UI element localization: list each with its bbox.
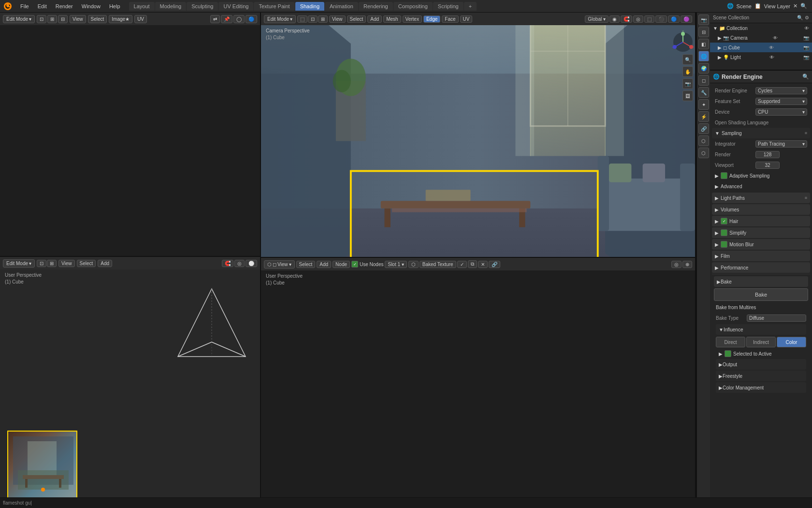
ct-pivot-btn[interactable]: ◉ [609, 15, 620, 23]
menu-render[interactable]: Render [52, 2, 77, 10]
bake-header[interactable]: ▶ Bake [714, 276, 808, 287]
bl-select-btn[interactable]: Select [77, 260, 96, 267]
zoom-icon-ct[interactable]: 🔍 [682, 54, 693, 65]
ct-render-btn[interactable]: 🟣 [681, 15, 692, 23]
hair-header[interactable]: ▶ ✓ Hair [712, 216, 810, 226]
uv-select-btn[interactable]: Select [88, 15, 107, 23]
camera-icon-ct[interactable]: 📷 [682, 78, 693, 89]
hair-checkbox[interactable]: ✓ [721, 218, 727, 224]
ct-select-btn[interactable]: Select [347, 15, 366, 23]
cb-mode-btn[interactable]: ⬡ ◻ View ▾ [264, 260, 295, 269]
ct-mode-dropdown[interactable]: Edit Mode ▾ [264, 15, 296, 23]
perf-header[interactable]: ▶ Performance [712, 262, 810, 273]
rs-value[interactable]: 128 [755, 151, 780, 158]
menu-edit[interactable]: Edit [34, 2, 51, 10]
ol-cam-eye[interactable]: 👁 [773, 35, 778, 41]
ct-add-btn[interactable]: Add [367, 15, 382, 23]
outliner-settings-icon[interactable]: ⚙ [805, 15, 809, 20]
ct-vertex-btn[interactable]: Vertex [403, 15, 422, 23]
uv-icon-btn3[interactable]: ⊟ [58, 15, 68, 23]
as-checkbox[interactable] [721, 172, 727, 179]
dev-dropdown[interactable]: CPU ▾ [755, 108, 807, 116]
uv-view-btn[interactable]: View [70, 15, 86, 23]
ol-light-render[interactable]: 📷 [803, 55, 809, 60]
bl-btn1[interactable]: ⊡ [37, 260, 46, 267]
output-section[interactable]: ▶ Output [716, 359, 806, 370]
cb-mat-close[interactable]: ✕ [478, 261, 488, 268]
ct-material-btn[interactable]: 🔵 [668, 15, 680, 23]
fr-icon-physics[interactable]: ⚡ [698, 111, 709, 122]
vol-header[interactable]: ▶ Volumes [712, 204, 810, 215]
color-management-section[interactable]: ▶ Color Management [716, 382, 806, 393]
re-dropdown[interactable]: Cycles ▾ [755, 87, 807, 94]
influence-header[interactable]: ▼ Influence [716, 324, 806, 335]
bl-add-btn[interactable]: Add [98, 260, 112, 267]
cb-mat-icon[interactable]: ⬡ [408, 261, 419, 268]
bl-btn2[interactable]: ⊞ [47, 260, 57, 267]
inf-indirect-btn[interactable]: Indirect [746, 337, 776, 347]
uv-icon-btn1[interactable]: ⊡ [37, 15, 46, 23]
fr-icon-particles[interactable]: ✦ [698, 99, 709, 110]
uv-mode-btn[interactable]: Edit Mode ▾ [3, 15, 35, 23]
bake-button[interactable]: Bake [714, 288, 808, 301]
ct-mesh-btn[interactable]: Mesh [383, 15, 401, 23]
mb-header[interactable]: ▶ Motion Blur [712, 239, 810, 250]
fr-icon-render[interactable]: 📷 [698, 15, 709, 25]
render-icon-ct[interactable]: 🖼 [682, 90, 693, 101]
hand-icon-ct[interactable]: ✋ [682, 66, 693, 77]
freestyle-section[interactable]: ▶ Freestyle [716, 371, 806, 381]
tab-layout[interactable]: Layout [129, 2, 155, 11]
fr-icon-modifier[interactable]: 🔧 [698, 87, 709, 98]
menu-window[interactable]: Window [78, 2, 104, 10]
ct-view-btn[interactable]: View [329, 15, 346, 23]
bl-mode-dropdown[interactable]: Edit Mode ▾ [3, 259, 35, 268]
lp-header[interactable]: ▶ Light Paths ≡ [712, 193, 810, 203]
fr-icon-output[interactable]: ⊟ [698, 27, 709, 37]
tab-modeling[interactable]: Modeling [155, 2, 187, 11]
uv-pin-btn[interactable]: 📌 [221, 15, 232, 23]
tab-sculpting[interactable]: Sculpting [187, 2, 218, 11]
fr-icon-scene[interactable]: 🌐 [698, 51, 709, 61]
search-icon-top[interactable]: 🔍 [800, 3, 807, 9]
tab-scripting[interactable]: Scripting [433, 2, 464, 11]
ct-uv-btn[interactable]: UV [460, 15, 473, 23]
cb-slot-btn[interactable]: Slot 1 ▾ [385, 261, 406, 268]
fr-icon-material[interactable]: ⬡ [698, 148, 709, 158]
cb-overlay-btn[interactable]: ◎ [671, 261, 682, 268]
fr-icon-constraints[interactable]: 🔗 [698, 123, 709, 134]
uv-image-btn[interactable]: Image★ [109, 15, 132, 23]
ol-light-eye[interactable]: 👁 [769, 55, 774, 60]
ct-solid-btn[interactable]: ⚫ [655, 15, 667, 23]
bl-snap-btn[interactable]: 🧲 [222, 260, 233, 267]
bl-shade-btn[interactable]: ⚪ [246, 260, 257, 267]
tab-uv-editing[interactable]: UV Editing [218, 2, 253, 11]
tab-texture-paint[interactable]: Texture Paint [254, 2, 294, 11]
ct-orient-dropdown[interactable]: Global ▾ [585, 15, 609, 23]
cb-view-btn[interactable]: Add [317, 261, 331, 268]
outliner-collection[interactable]: ▼ 📁 Collection 👁 [710, 23, 812, 33]
simp-checkbox[interactable] [721, 229, 727, 236]
sta-checkbox[interactable] [725, 350, 731, 357]
use-nodes-checkbox[interactable]: ✓ [351, 261, 358, 268]
menu-file[interactable]: File [16, 2, 33, 10]
bl-overlay-btn[interactable]: ◎ [234, 260, 245, 267]
ct-edge-btn[interactable]: Edge [423, 15, 440, 23]
uv-icon-btn2[interactable]: ⊞ [47, 15, 57, 23]
ct-snap-btn[interactable]: 🧲 [621, 15, 632, 23]
ct-xray-btn[interactable]: ⬚ [644, 15, 654, 23]
film-header[interactable]: ▶ Film [712, 251, 810, 261]
uv-sync-btn[interactable]: ⇄ [210, 15, 220, 23]
inf-direct-btn[interactable]: Direct [716, 337, 745, 347]
tab-shading[interactable]: Shading [295, 2, 324, 11]
close-window-icon[interactable]: ✕ [793, 3, 798, 9]
fs-dropdown[interactable]: Supported ▾ [755, 98, 807, 105]
ct-btn3[interactable]: ⊞ [318, 15, 328, 23]
ct-btn2[interactable]: ⊡ [308, 15, 318, 23]
ct-btn1[interactable]: ⬚ [297, 15, 307, 23]
simp-header[interactable]: ▶ Simplify [712, 227, 810, 238]
bl-view-btn[interactable]: View [58, 260, 75, 267]
fr-icon-world[interactable]: 🌍 [698, 63, 709, 74]
cb-object-btn[interactable]: Select [296, 261, 316, 268]
fr-icon-object[interactable]: ◻ [698, 75, 709, 86]
ol-cube-render[interactable]: 📷 [803, 45, 809, 50]
